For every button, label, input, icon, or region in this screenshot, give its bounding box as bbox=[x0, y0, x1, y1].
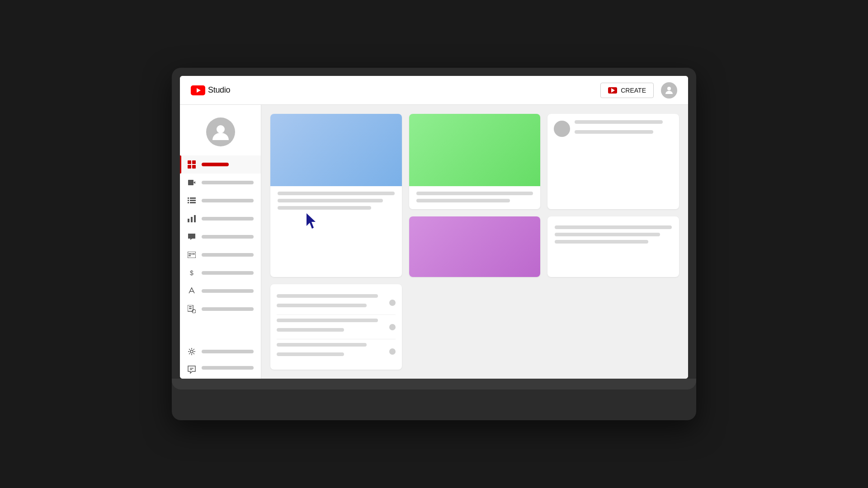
skeleton-line bbox=[555, 240, 648, 244]
row-dot-3 bbox=[389, 348, 396, 355]
right-card-row-1 bbox=[277, 291, 396, 315]
row-lines-1 bbox=[277, 294, 389, 311]
laptop-base bbox=[172, 379, 696, 389]
youtube-icon bbox=[191, 85, 205, 95]
row-lines-3 bbox=[277, 343, 389, 360]
svg-rect-6 bbox=[188, 165, 191, 169]
gear-icon bbox=[187, 347, 196, 356]
svg-rect-7 bbox=[192, 165, 196, 169]
subtitles-icon bbox=[187, 250, 196, 259]
card-3 bbox=[409, 216, 541, 277]
sidebar-settings-label bbox=[202, 350, 254, 353]
sidebar-monetization-label bbox=[202, 271, 254, 275]
row-lines-2 bbox=[277, 319, 389, 335]
card-2-thumbnail bbox=[409, 114, 541, 186]
skeleton-line bbox=[416, 199, 510, 202]
sidebar-analytics-label bbox=[202, 217, 254, 221]
svg-point-3 bbox=[217, 125, 225, 133]
brush-icon bbox=[187, 286, 196, 296]
skeleton-line bbox=[555, 225, 672, 229]
skeleton-line bbox=[277, 319, 378, 322]
sidebar-item-audio[interactable] bbox=[180, 300, 261, 318]
create-button[interactable]: CREATE bbox=[600, 83, 654, 98]
content-area bbox=[261, 105, 688, 379]
sidebar-content-label bbox=[202, 181, 254, 184]
sidebar-item-customization[interactable] bbox=[180, 282, 261, 300]
skeleton-line bbox=[277, 352, 344, 356]
svg-point-29 bbox=[190, 350, 193, 353]
svg-rect-20 bbox=[189, 253, 192, 254]
svg-rect-26 bbox=[189, 306, 192, 307]
card-1-thumbnail bbox=[270, 114, 402, 186]
sidebar-comments-label bbox=[202, 235, 254, 239]
skeleton-line bbox=[278, 206, 371, 210]
right-card-header bbox=[554, 120, 673, 137]
sidebar-item-subtitles[interactable] bbox=[180, 246, 261, 264]
list-icon bbox=[187, 196, 196, 205]
svg-text:$: $ bbox=[190, 269, 193, 277]
skeleton-line bbox=[278, 199, 383, 202]
header-left: Studio bbox=[191, 85, 230, 95]
skeleton-line bbox=[278, 192, 395, 195]
audio-icon bbox=[187, 305, 196, 314]
header-right: CREATE bbox=[600, 82, 677, 99]
video-icon bbox=[187, 178, 196, 187]
svg-rect-8 bbox=[188, 180, 193, 185]
svg-rect-16 bbox=[188, 219, 189, 222]
sidebar-user-avatar[interactable] bbox=[180, 110, 261, 155]
sidebar-item-comments[interactable] bbox=[180, 228, 261, 246]
row-dot-2 bbox=[389, 324, 396, 330]
skeleton-line bbox=[277, 294, 378, 298]
sidebar-item-analytics[interactable] bbox=[180, 210, 261, 228]
sidebar-item-playlists[interactable] bbox=[180, 192, 261, 210]
card-3-thumbnail bbox=[409, 216, 541, 277]
header: Studio CREATE bbox=[180, 76, 688, 105]
sidebar-item-feedback[interactable] bbox=[180, 361, 261, 379]
sidebar-audio-label bbox=[202, 307, 254, 311]
grid-icon bbox=[187, 160, 196, 169]
card-4 bbox=[547, 216, 679, 277]
svg-rect-12 bbox=[188, 200, 189, 201]
skeleton-line bbox=[416, 192, 533, 195]
svg-rect-4 bbox=[188, 160, 191, 164]
svg-rect-5 bbox=[192, 160, 196, 164]
svg-rect-19 bbox=[188, 252, 196, 258]
skeleton-line bbox=[575, 130, 653, 134]
sidebar-subtitles-label bbox=[202, 253, 254, 257]
svg-rect-13 bbox=[190, 200, 196, 201]
sidebar-item-dashboard[interactable] bbox=[180, 155, 261, 174]
sidebar: $ bbox=[180, 105, 261, 379]
right-card-row-3 bbox=[277, 339, 396, 363]
right-card-title-bar bbox=[575, 120, 673, 137]
sidebar-feedback-label bbox=[202, 366, 254, 370]
right-panel-card-top bbox=[547, 114, 679, 209]
avatar-icon bbox=[664, 85, 675, 96]
youtube-logo: Studio bbox=[191, 85, 230, 95]
skeleton-line bbox=[555, 233, 660, 236]
screen: Studio CREATE bbox=[180, 76, 688, 379]
main-layout: $ bbox=[180, 105, 688, 379]
sidebar-item-settings[interactable] bbox=[180, 343, 261, 361]
laptop-frame: Studio CREATE bbox=[172, 68, 696, 420]
sidebar-item-monetization[interactable]: $ bbox=[180, 264, 261, 282]
create-button-label: CREATE bbox=[621, 87, 646, 94]
card-1-body bbox=[270, 186, 402, 219]
svg-rect-18 bbox=[194, 215, 196, 222]
svg-rect-10 bbox=[188, 197, 189, 199]
skeleton-line bbox=[277, 343, 367, 347]
row-dot-1 bbox=[389, 300, 396, 306]
svg-rect-21 bbox=[192, 253, 195, 254]
svg-rect-15 bbox=[190, 202, 196, 203]
card-1 bbox=[270, 114, 402, 277]
sidebar-item-content[interactable] bbox=[180, 174, 261, 192]
feedback-icon bbox=[187, 365, 196, 374]
svg-marker-9 bbox=[193, 181, 195, 184]
card-2 bbox=[409, 114, 541, 209]
studio-label: Studio bbox=[208, 85, 230, 95]
svg-rect-14 bbox=[188, 202, 189, 203]
skeleton-line bbox=[277, 328, 344, 332]
user-avatar[interactable] bbox=[661, 82, 677, 99]
card-2-body bbox=[409, 186, 541, 209]
skeleton-line bbox=[575, 120, 663, 124]
skeleton-line bbox=[277, 304, 367, 307]
